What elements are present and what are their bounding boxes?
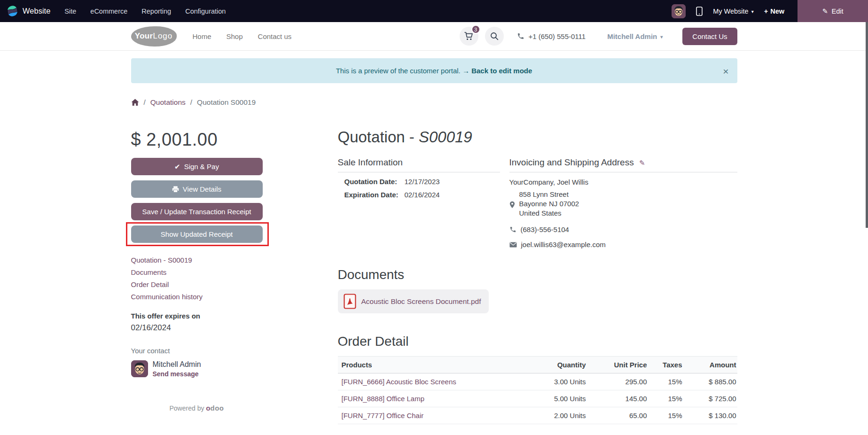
save-update-transaction-receipt-button[interactable]: Save / Update Transaction Receipt: [131, 203, 263, 220]
product-link[interactable]: [FURN_7777] Office Chair: [342, 412, 424, 419]
my-website-dropdown[interactable]: My Website ▾: [713, 8, 754, 15]
breadcrumb-separator: /: [144, 98, 146, 107]
row-unit-price: 295.00: [587, 373, 648, 390]
sidebar-anchor-links: Quotation - S00019 Documents Order Detai…: [131, 256, 263, 301]
col-products: Products: [338, 357, 538, 373]
arrow-right-icon: →: [462, 67, 469, 75]
mobile-preview-icon[interactable]: [696, 7, 703, 16]
menu-reporting[interactable]: Reporting: [141, 8, 171, 15]
envelope-icon: [509, 242, 517, 248]
breadcrumb-separator: /: [190, 98, 192, 107]
document-attachment[interactable]: Acoustic Bloc Screens Document.pdf: [338, 289, 489, 313]
row-quantity: 2.00 Units: [538, 407, 587, 424]
phone-icon: [517, 32, 524, 40]
vertical-scrollbar[interactable]: [866, 22, 868, 228]
close-icon[interactable]: ×: [723, 66, 728, 76]
menu-configuration[interactable]: Configuration: [185, 8, 226, 15]
expiration-date-label: Expiration Date:: [344, 191, 405, 199]
page-title-prefix: Quotation -: [338, 128, 419, 146]
search-button[interactable]: [485, 27, 504, 46]
contact-name: Mitchell Admin: [153, 360, 201, 369]
row-taxes: 15%: [648, 407, 683, 424]
menu-ecommerce[interactable]: eCommerce: [90, 8, 127, 15]
contact-avatar: [131, 360, 148, 377]
send-message-link[interactable]: Send message: [153, 370, 201, 378]
order-detail-heading: Order Detail: [338, 334, 737, 349]
header-phone-number: +1 (650) 555-0111: [529, 32, 586, 40]
user-avatar[interactable]: [672, 4, 686, 18]
row-amount: $ 725.00: [683, 390, 737, 407]
col-unit-price: Unit Price: [587, 357, 648, 373]
cart-icon: [464, 32, 473, 40]
show-updated-receipt-button[interactable]: Show Updated Receipt: [131, 225, 263, 243]
user-account-label: Mitchell Admin: [607, 32, 657, 40]
menu-site[interactable]: Site: [64, 8, 76, 15]
quotation-main: Quotation - S00019 Sale Information Quot…: [338, 107, 737, 435]
new-button[interactable]: + New: [764, 8, 784, 15]
invoicing-shipping-heading: Invoicing and Shipping Address: [509, 157, 634, 167]
cart-button[interactable]: 3: [460, 27, 478, 46]
odoo-website-brand[interactable]: Website: [0, 5, 50, 17]
edit-button[interactable]: ✎ Edit: [798, 0, 868, 22]
nav-home[interactable]: Home: [193, 32, 211, 40]
edit-address-pencil-icon[interactable]: ✎: [639, 159, 645, 167]
pdf-file-icon: [344, 294, 356, 309]
row-taxes: 15%: [648, 373, 683, 390]
col-taxes: Taxes: [648, 357, 683, 373]
breadcrumb: / Quotations / Quotation S00019: [131, 98, 737, 107]
product-link[interactable]: [FURN_6666] Acoustic Bloc Screens: [342, 378, 456, 386]
breadcrumb-quotations[interactable]: Quotations: [150, 98, 186, 107]
sale-information-heading: Sale Information: [338, 157, 500, 172]
portal-preview-alert: This is a preview of the customer portal…: [131, 58, 737, 83]
sidebar-link-documents[interactable]: Documents: [131, 268, 263, 276]
offer-expires-label: This offer expires on: [131, 312, 263, 320]
row-amount: $ 130.00: [683, 407, 737, 424]
page-title-reference: S00019: [419, 128, 472, 146]
sidebar-link-communication-history[interactable]: Communication history: [131, 293, 263, 301]
address-company: YourCompany, Joel Willis: [509, 178, 737, 186]
nav-contact-us[interactable]: Contact us: [258, 32, 292, 40]
edit-label: Edit: [832, 8, 844, 15]
back-to-edit-mode-link[interactable]: → Back to edit mode: [462, 67, 532, 75]
quotation-sidebar: $ 2,001.00 ✔ Sign & Pay View Details: [131, 107, 263, 435]
save-receipt-label: Save / Update Transaction Receipt: [142, 208, 251, 216]
sign-and-pay-button[interactable]: ✔ Sign & Pay: [131, 158, 263, 175]
offer-expires-date: 02/16/2024: [131, 323, 263, 333]
col-amount: Amount: [683, 357, 737, 373]
document-file-name[interactable]: Acoustic Bloc Screens Document.pdf: [361, 297, 481, 306]
address-country: United States: [519, 209, 579, 217]
quotation-date-value: 12/17/2023: [405, 178, 440, 186]
check-icon: ✔: [174, 163, 180, 171]
contact-phone-number: (683)-556-5104: [521, 225, 569, 233]
show-receipt-label: Show Updated Receipt: [161, 230, 233, 238]
contact-email[interactable]: joel.willis63@example.com: [521, 241, 606, 249]
plus-icon: +: [764, 8, 768, 15]
your-logo[interactable]: YourLogo: [131, 26, 177, 47]
view-details-label: View Details: [183, 185, 221, 193]
odoo-logo-rest: doo: [211, 404, 224, 412]
col-quantity: Quantity: [538, 357, 587, 373]
top-menu: Site eCommerce Reporting Configuration: [64, 8, 226, 15]
sidebar-link-order-detail[interactable]: Order Detail: [131, 280, 263, 288]
invoicing-shipping-section: Invoicing and Shipping Address ✎ YourCom…: [509, 157, 737, 249]
view-details-button[interactable]: View Details: [131, 180, 263, 198]
address-city: Bayonne NJ 07002: [519, 200, 579, 208]
row-taxes: 15%: [648, 390, 683, 407]
search-icon: [490, 32, 499, 40]
nav-shop[interactable]: Shop: [227, 32, 243, 40]
sidebar-link-quotation[interactable]: Quotation - S00019: [131, 256, 263, 264]
breadcrumb-current: Quotation S00019: [197, 98, 256, 107]
website-app-logo-icon: [7, 5, 18, 17]
order-lines-table: Products Quantity Unit Price Taxes Amoun…: [338, 356, 737, 424]
logo-part1: Your: [135, 31, 153, 41]
user-account-dropdown[interactable]: Mitchell Admin ▾: [607, 32, 663, 40]
alert-text: This is a preview of the customer portal…: [336, 67, 461, 75]
amount-due: $ 2,001.00: [131, 130, 263, 150]
cart-count-badge: 3: [471, 25, 480, 34]
phone-icon: [509, 226, 516, 233]
home-icon[interactable]: [131, 99, 139, 106]
product-link[interactable]: [FURN_8888] Office Lamp: [342, 395, 424, 403]
contact-us-button[interactable]: Contact Us: [682, 28, 737, 45]
header-phone[interactable]: +1 (650) 555-0111: [517, 32, 586, 40]
sign-pay-label: Sign & Pay: [184, 163, 219, 171]
